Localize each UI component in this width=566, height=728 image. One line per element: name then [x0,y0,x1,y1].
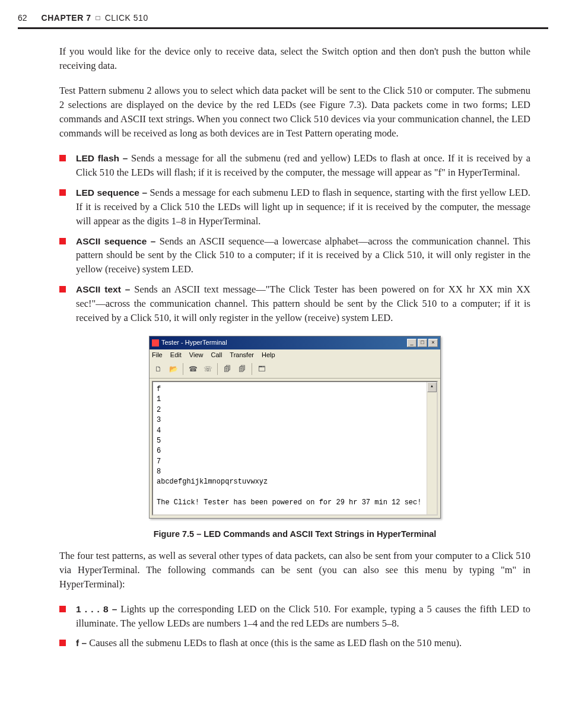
bullet-text: Causes all the submenu LEDs to flash at … [87,637,462,648]
window-title: Tester - HyperTerminal [161,338,407,348]
terminal-text: f 1 2 3 4 5 6 7 8 abcdefghijklmnopqrstuv… [157,385,421,507]
bullet-term: ASCII text – [76,284,131,294]
minimize-icon: _ [407,339,416,347]
menu-item: Edit [170,351,182,358]
bullet-list-b: 1 . . . 8 – Lights up the corresponding … [59,602,530,651]
scroll-up-icon: ▴ [427,382,437,392]
send-icon: 🗐 [221,363,234,376]
toolbar: 🗋 📂 ☎ ☏ 🗐 🗐 🗔 [150,361,440,379]
page-header: 62 CHAPTER 7 □ CLICK 510 [18,12,548,29]
figure-7-5: Tester - HyperTerminal _ □ × File Edit V… [59,336,530,541]
menu-item: Call [211,351,222,358]
bullet-text: Sends an ASCII text message—"The Click T… [76,284,530,323]
list-item: f – Causes all the submenu LEDs to flash… [59,636,530,650]
bullet-term: LED flash – [76,153,128,163]
app-icon [152,339,159,346]
chapter-separator: □ [96,13,100,23]
menubar: File Edit View Call Transfer Help [150,349,440,361]
page-content: If you would like for the device only to… [59,44,530,650]
toolbar-separator [183,363,183,375]
bullet-term: LED sequence – [76,187,147,198]
list-item: ASCII text – Sends an ASCII text message… [59,282,530,325]
figure-caption: Figure 7.5 – LED Commands and ASCII Text… [59,528,530,541]
list-item: ASCII sequence – Sends an ASCII sequence… [59,234,530,277]
connect-icon: ☎ [186,363,199,376]
hyperterminal-window: Tester - HyperTerminal _ □ × File Edit V… [149,336,441,519]
terminal-output: f 1 2 3 4 5 6 7 8 abcdefghijklmnopqrstuv… [152,381,438,516]
window-titlebar: Tester - HyperTerminal _ □ × [150,336,440,349]
menu-item: Help [262,351,275,358]
bullet-text: Sends a message for all the submenu (red… [76,152,530,178]
disconnect-icon: ☏ [201,363,214,376]
bullet-term: f – [76,638,87,648]
close-icon: × [428,339,438,347]
maximize-icon: □ [418,339,427,347]
list-item: LED flash – Sends a message for all the … [59,151,530,180]
chapter-label: CHAPTER 7 [42,12,91,24]
list-item: 1 . . . 8 – Lights up the corresponding … [59,602,530,631]
new-icon: 🗋 [152,363,165,376]
receive-icon: 🗐 [236,363,249,376]
after-figure-paragraph: The four test patterns, as well as sever… [59,549,530,592]
menu-item: View [189,351,203,358]
scrollbar: ▴ [427,382,437,514]
bullet-term: 1 . . . 8 – [76,604,117,614]
toolbar-separator [252,363,252,375]
toolbar-separator [217,363,218,375]
menu-item: File [152,351,163,358]
chapter-title: CLICK 510 [105,12,148,24]
intro-paragraph-1: If you would like for the device only to… [59,44,530,73]
properties-icon: 🗔 [255,363,268,376]
bullet-text: Lights up the corresponding LED on the C… [76,603,530,629]
bullet-list-a: LED flash – Sends a message for all the … [59,151,530,325]
bullet-term: ASCII sequence – [76,236,155,246]
menu-item: Transfer [230,351,254,358]
open-icon: 📂 [167,363,180,376]
window-buttons: _ □ × [407,339,438,347]
list-item: LED sequence – Sends a message for each … [59,186,530,228]
intro-paragraph-2: Test Pattern submenu 2 allows you to sel… [59,84,530,141]
page-number: 62 [18,12,27,24]
